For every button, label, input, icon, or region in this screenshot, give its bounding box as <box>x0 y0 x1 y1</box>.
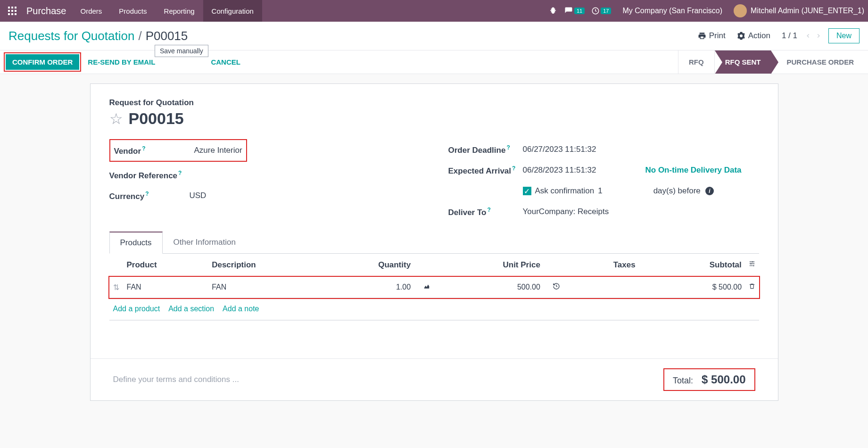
username: Mitchell Admin (JUNE_ENTER_1) <box>751 7 864 15</box>
ask-suffix: day(s) before <box>653 186 701 196</box>
breadcrumb-current: P00015 <box>146 29 188 43</box>
ontime-link[interactable]: No On-time Delivery Data <box>645 166 742 175</box>
forecast-icon[interactable] <box>423 283 430 291</box>
svg-rect-0 <box>8 7 10 8</box>
col-quantity: Quantity <box>324 254 414 277</box>
expected-label: Expected Arrival? <box>448 165 523 176</box>
history-icon[interactable] <box>553 283 560 291</box>
nav-orders[interactable]: Orders <box>72 0 111 22</box>
svg-rect-1 <box>11 7 13 8</box>
svg-point-11 <box>750 263 751 264</box>
total-label: Total: <box>673 376 693 386</box>
status-rfq-sent[interactable]: RFQ SENT <box>714 50 771 74</box>
tabs: Products Other Information <box>109 232 759 254</box>
priority-star-icon[interactable]: ☆ <box>109 110 123 128</box>
help-icon[interactable]: ? <box>178 170 182 176</box>
svg-rect-6 <box>8 13 10 15</box>
vendor-value[interactable]: Azure Interior <box>194 146 242 155</box>
svg-rect-7 <box>11 13 13 15</box>
pager-next-icon[interactable] <box>813 33 824 39</box>
col-unit-price: Unit Price <box>443 254 544 277</box>
drag-handle-icon[interactable]: ⇅ <box>113 283 119 291</box>
cell-product[interactable]: FAN <box>123 277 208 298</box>
status-steps: RFQ RFQ SENT PURCHASE ORDER <box>678 50 864 74</box>
deadline-label: Order Deadline? <box>448 144 523 155</box>
app-title[interactable]: Purchase <box>21 6 72 17</box>
cell-taxes[interactable] <box>572 277 639 298</box>
col-subtotal: Subtotal <box>639 254 759 277</box>
currency-value[interactable]: USD <box>190 191 207 200</box>
tab-other-info[interactable]: Other Information <box>163 232 247 253</box>
add-section-link[interactable]: Add a section <box>168 305 214 313</box>
cell-unit-price[interactable]: 500.00 <box>443 277 544 298</box>
delete-icon[interactable] <box>749 283 755 291</box>
currency-label: Currency? <box>109 191 190 201</box>
avatar-icon <box>734 4 747 17</box>
form-card: Request for Quotation ☆ P00015 Vendor? A… <box>90 83 778 401</box>
col-taxes: Taxes <box>572 254 639 277</box>
status-bar: Save manually CONFIRM ORDER RE-SEND BY E… <box>0 50 868 74</box>
settings-icon[interactable] <box>749 260 755 269</box>
ask-confirmation-checkbox[interactable]: ✓ <box>523 187 531 195</box>
help-icon[interactable]: ? <box>142 145 145 152</box>
svg-rect-4 <box>11 10 13 12</box>
svg-rect-2 <box>15 7 17 8</box>
messages-icon[interactable]: 11 <box>564 7 585 15</box>
ask-days[interactable]: 1 <box>594 186 606 196</box>
company-switcher[interactable]: My Company (San Francisco) <box>618 7 727 15</box>
order-lines-table: Product Description Quantity Unit Price … <box>109 254 759 349</box>
action-button[interactable]: Action <box>731 31 776 41</box>
new-button[interactable]: New <box>828 28 860 43</box>
top-nav: Purchase Orders Products Reporting Confi… <box>0 0 868 22</box>
pager-prev-icon[interactable] <box>803 33 813 39</box>
terms-row: Define your terms and conditions ... Tot… <box>91 358 778 400</box>
user-menu[interactable]: Mitchell Admin (JUNE_ENTER_1) <box>734 4 864 17</box>
breadcrumb-parent[interactable]: Requests for Quotation <box>8 29 134 43</box>
vendor-label: Vendor? <box>114 145 194 156</box>
apps-icon[interactable] <box>4 7 21 15</box>
svg-point-10 <box>753 265 754 266</box>
activities-badge: 17 <box>601 8 611 14</box>
breadcrumb-bar: Requests for Quotation / P00015 Print Ac… <box>0 22 868 50</box>
vendor-ref-label: Vendor Reference? <box>109 170 190 181</box>
svg-rect-8 <box>15 13 17 15</box>
terms-input[interactable]: Define your terms and conditions ... <box>113 375 239 384</box>
cell-subtotal: $ 500.00 <box>639 277 759 298</box>
doc-title: P00015 <box>129 109 184 128</box>
help-icon[interactable]: ? <box>512 165 515 172</box>
cell-quantity[interactable]: 1.00 <box>324 277 414 298</box>
add-product-link[interactable]: Add a product <box>113 305 160 313</box>
tab-products[interactable]: Products <box>109 232 163 254</box>
status-purchase-order[interactable]: PURCHASE ORDER <box>771 50 864 74</box>
deliver-value[interactable]: YourCompany: Receipts <box>523 207 609 216</box>
svg-rect-5 <box>15 10 17 12</box>
add-note-link[interactable]: Add a note <box>223 305 259 313</box>
deliver-label: Deliver To? <box>448 207 523 217</box>
svg-point-12 <box>752 261 753 262</box>
save-tooltip: Save manually <box>155 45 208 57</box>
pager: 1 / 1 <box>776 31 803 41</box>
cell-description[interactable]: FAN <box>208 277 324 298</box>
doc-subtitle: Request for Quotation <box>109 98 759 108</box>
expected-value[interactable]: 06/28/2023 11:51:32 <box>523 166 645 175</box>
help-icon[interactable]: ? <box>145 191 149 197</box>
info-icon[interactable]: i <box>705 187 714 195</box>
help-icon[interactable]: ? <box>487 207 490 213</box>
nav-configuration[interactable]: Configuration <box>203 0 262 22</box>
status-rfq[interactable]: RFQ <box>678 50 714 74</box>
deadline-value[interactable]: 06/27/2023 11:51:32 <box>523 145 596 154</box>
col-product: Product <box>123 254 208 277</box>
table-row[interactable]: ⇅ FAN FAN 1.00 500.00 $ 500.00 <box>109 277 759 298</box>
highlight-confirm: CONFIRM ORDER <box>4 52 81 72</box>
nav-reporting[interactable]: Reporting <box>156 0 203 22</box>
col-description: Description <box>208 254 324 277</box>
total-box: Total: $ 500.00 <box>663 368 755 391</box>
activities-icon[interactable]: 17 <box>591 7 611 15</box>
cancel-button[interactable]: CANCEL <box>204 54 247 70</box>
help-icon[interactable]: ? <box>506 144 510 151</box>
debug-icon[interactable] <box>549 7 557 15</box>
print-button[interactable]: Print <box>692 31 731 41</box>
resend-email-button[interactable]: RE-SEND BY EMAIL <box>81 54 162 70</box>
nav-products[interactable]: Products <box>110 0 155 22</box>
confirm-order-button[interactable]: CONFIRM ORDER <box>6 54 79 70</box>
